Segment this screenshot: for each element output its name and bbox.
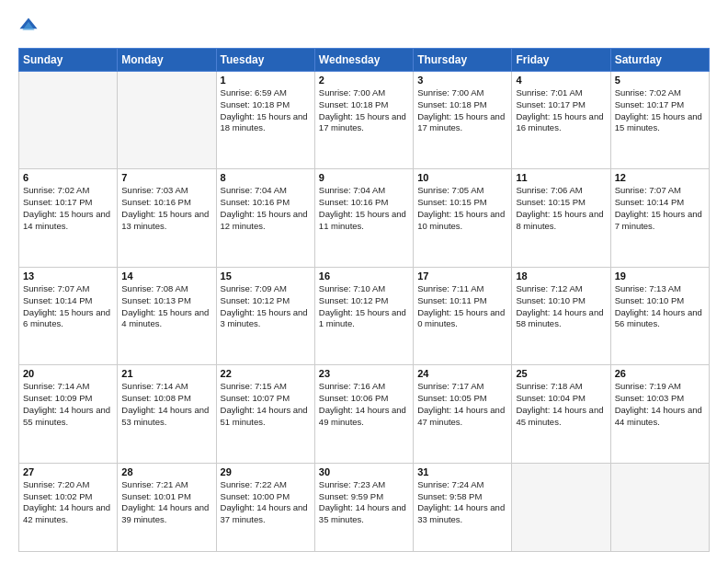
calendar-day: 1Sunrise: 6:59 AMSunset: 10:18 PMDayligh…	[216, 72, 314, 169]
sunset-text: Sunset: 10:15 PM	[417, 197, 487, 207]
sunset-text: Sunset: 10:10 PM	[615, 295, 685, 305]
daylight-text: Daylight: 14 hours and 53 minutes.	[121, 405, 209, 427]
day-info: Sunrise: 7:16 AMSunset: 10:06 PMDaylight…	[319, 381, 409, 428]
day-info: Sunrise: 7:12 AMSunset: 10:10 PMDaylight…	[516, 283, 606, 330]
sunrise-text: Sunrise: 7:04 AM	[319, 185, 385, 195]
sunset-text: Sunset: 10:05 PM	[417, 393, 487, 403]
daylight-text: Daylight: 15 hours and 17 minutes.	[319, 111, 406, 133]
day-number: 6	[23, 172, 113, 183]
header	[18, 17, 710, 39]
day-info: Sunrise: 7:03 AMSunset: 10:16 PMDaylight…	[121, 185, 211, 232]
sunrise-text: Sunrise: 7:16 AM	[319, 381, 385, 391]
daylight-text: Daylight: 15 hours and 14 minutes.	[23, 209, 110, 231]
daylight-text: Daylight: 15 hours and 17 minutes.	[417, 111, 505, 133]
day-info: Sunrise: 7:14 AMSunset: 10:09 PMDaylight…	[23, 381, 113, 428]
day-number: 21	[121, 368, 211, 379]
day-info: Sunrise: 7:24 AMSunset: 9:58 PMDaylight:…	[417, 479, 507, 526]
day-number: 16	[319, 270, 409, 282]
daylight-text: Daylight: 15 hours and 1 minute.	[319, 307, 406, 329]
daylight-text: Daylight: 15 hours and 16 minutes.	[516, 111, 603, 133]
sunset-text: Sunset: 10:01 PM	[121, 491, 191, 501]
sunset-text: Sunset: 10:16 PM	[121, 197, 191, 207]
sunset-text: Sunset: 10:16 PM	[221, 197, 290, 207]
calendar-day: 9Sunrise: 7:04 AMSunset: 10:16 PMDayligh…	[314, 169, 413, 267]
daylight-text: Daylight: 14 hours and 51 minutes.	[221, 405, 308, 427]
calendar-day: 24Sunrise: 7:17 AMSunset: 10:05 PMDaylig…	[414, 365, 512, 463]
sunset-text: Sunset: 10:14 PM	[23, 295, 93, 305]
calendar-day: 4Sunrise: 7:01 AMSunset: 10:17 PMDayligh…	[512, 72, 610, 169]
day-number: 3	[417, 75, 507, 86]
sunset-text: Sunset: 10:12 PM	[319, 295, 389, 305]
calendar-week-3: 13Sunrise: 7:07 AMSunset: 10:14 PMDaylig…	[19, 267, 710, 364]
day-number: 28	[121, 466, 211, 477]
calendar-week-2: 6Sunrise: 7:02 AMSunset: 10:17 PMDayligh…	[19, 169, 710, 267]
day-info: Sunrise: 7:20 AMSunset: 10:02 PMDaylight…	[23, 479, 113, 526]
daylight-text: Daylight: 14 hours and 37 minutes.	[221, 502, 308, 524]
day-number: 22	[221, 368, 311, 379]
sunrise-text: Sunrise: 7:24 AM	[417, 479, 483, 489]
calendar-day: 23Sunrise: 7:16 AMSunset: 10:06 PMDaylig…	[314, 365, 413, 463]
weekday-header-row: SundayMondayTuesdayWednesdayThursdayFrid…	[19, 49, 710, 72]
calendar-day: 10Sunrise: 7:05 AMSunset: 10:15 PMDaylig…	[414, 169, 512, 267]
daylight-text: Daylight: 15 hours and 0 minutes.	[417, 307, 505, 329]
calendar-day: 31Sunrise: 7:24 AMSunset: 9:58 PMDayligh…	[414, 463, 512, 551]
day-number: 24	[417, 368, 507, 379]
daylight-text: Daylight: 14 hours and 58 minutes.	[516, 307, 603, 329]
calendar-day: 25Sunrise: 7:18 AMSunset: 10:04 PMDaylig…	[512, 365, 610, 463]
sunset-text: Sunset: 10:14 PM	[615, 197, 685, 207]
day-number: 8	[221, 172, 311, 183]
calendar-day: 21Sunrise: 7:14 AMSunset: 10:08 PMDaylig…	[118, 365, 216, 463]
sunrise-text: Sunrise: 7:10 AM	[319, 283, 385, 293]
day-number: 25	[516, 368, 606, 379]
sunrise-text: Sunrise: 7:17 AM	[417, 381, 483, 391]
calendar-day: 17Sunrise: 7:11 AMSunset: 10:11 PMDaylig…	[414, 267, 512, 364]
sunset-text: Sunset: 10:03 PM	[615, 393, 685, 403]
sunrise-text: Sunrise: 7:18 AM	[516, 381, 582, 391]
daylight-text: Daylight: 14 hours and 39 minutes.	[121, 502, 209, 524]
sunrise-text: Sunrise: 6:59 AM	[221, 87, 287, 98]
sunrise-text: Sunrise: 7:04 AM	[221, 185, 287, 195]
daylight-text: Daylight: 14 hours and 56 minutes.	[615, 307, 702, 329]
calendar-table: SundayMondayTuesdayWednesdayThursdayFrid…	[18, 48, 710, 552]
day-info: Sunrise: 7:21 AMSunset: 10:01 PMDaylight…	[121, 479, 211, 526]
sunrise-text: Sunrise: 7:12 AM	[516, 283, 582, 293]
day-number: 27	[23, 466, 113, 477]
calendar-day	[512, 463, 610, 551]
daylight-text: Daylight: 15 hours and 4 minutes.	[121, 307, 209, 329]
sunset-text: Sunset: 10:17 PM	[516, 99, 586, 109]
weekday-header-thursday: Thursday	[414, 49, 512, 72]
day-number: 9	[319, 172, 409, 183]
sunrise-text: Sunrise: 7:13 AM	[615, 283, 681, 293]
sunrise-text: Sunrise: 7:08 AM	[121, 283, 188, 293]
calendar-day: 12Sunrise: 7:07 AMSunset: 10:14 PMDaylig…	[610, 169, 709, 267]
day-number: 13	[23, 270, 113, 282]
day-number: 23	[319, 368, 409, 379]
sunset-text: Sunset: 10:06 PM	[319, 393, 389, 403]
sunrise-text: Sunrise: 7:15 AM	[221, 381, 287, 391]
sunrise-text: Sunrise: 7:23 AM	[319, 479, 385, 489]
day-number: 15	[221, 270, 311, 282]
weekday-header-wednesday: Wednesday	[314, 49, 413, 72]
sunrise-text: Sunrise: 7:06 AM	[516, 185, 582, 195]
day-number: 7	[121, 172, 211, 183]
sunset-text: Sunset: 9:58 PM	[417, 491, 482, 501]
daylight-text: Daylight: 15 hours and 10 minutes.	[417, 209, 505, 231]
sunrise-text: Sunrise: 7:21 AM	[121, 479, 188, 489]
sunset-text: Sunset: 10:08 PM	[121, 393, 191, 403]
calendar-day: 5Sunrise: 7:02 AMSunset: 10:17 PMDayligh…	[610, 72, 709, 169]
calendar-day	[610, 463, 709, 551]
calendar-day: 11Sunrise: 7:06 AMSunset: 10:15 PMDaylig…	[512, 169, 610, 267]
day-number: 1	[221, 75, 311, 86]
sunset-text: Sunset: 10:11 PM	[417, 295, 487, 305]
day-info: Sunrise: 7:04 AMSunset: 10:16 PMDaylight…	[319, 185, 409, 232]
weekday-header-tuesday: Tuesday	[216, 49, 314, 72]
day-info: Sunrise: 7:10 AMSunset: 10:12 PMDaylight…	[319, 283, 409, 330]
logo	[18, 17, 42, 39]
day-number: 5	[615, 75, 705, 86]
sunset-text: Sunset: 10:15 PM	[516, 197, 586, 207]
day-number: 20	[23, 368, 113, 379]
sunset-text: Sunset: 10:12 PM	[221, 295, 290, 305]
sunset-text: Sunset: 10:17 PM	[615, 99, 685, 109]
daylight-text: Daylight: 15 hours and 15 minutes.	[615, 111, 702, 133]
daylight-text: Daylight: 15 hours and 11 minutes.	[319, 209, 406, 231]
